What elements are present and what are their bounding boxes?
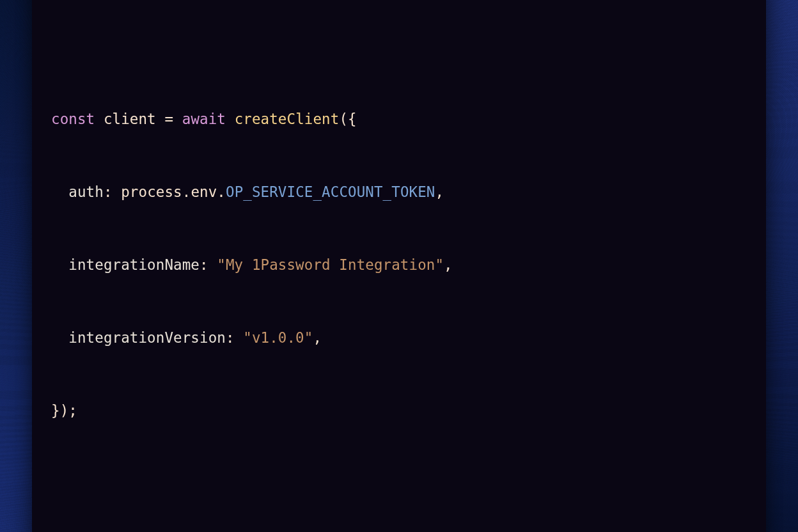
string-integrationName: "My 1Password Integration" bbox=[217, 256, 444, 273]
func-createClient: createClient bbox=[235, 111, 340, 127]
punct-colon: : bbox=[199, 256, 217, 273]
punct-comma: , bbox=[313, 329, 322, 346]
code-line-blank bbox=[51, 471, 747, 496]
punct-comma: , bbox=[435, 184, 444, 200]
code-line-3: const client = await createClient({ bbox=[51, 107, 747, 131]
op-equals: = bbox=[164, 111, 173, 127]
indent bbox=[51, 329, 68, 346]
keyword-const: const bbox=[51, 111, 95, 127]
space bbox=[95, 111, 104, 127]
prop-integrationVersion: integrationVersion bbox=[68, 329, 226, 346]
ident-process: process bbox=[121, 184, 182, 200]
code-line-4: auth: process.env.OP_SERVICE_ACCOUNT_TOK… bbox=[51, 180, 747, 204]
punct-dot: . bbox=[217, 184, 226, 200]
const-token: OP_SERVICE_ACCOUNT_TOKEN bbox=[226, 184, 435, 200]
code-line-5: integrationName: "My 1Password Integrati… bbox=[51, 253, 747, 277]
space bbox=[226, 111, 235, 127]
punct-close: }); bbox=[51, 402, 77, 419]
indent bbox=[51, 184, 68, 200]
punct-colon: : bbox=[104, 184, 121, 200]
indent bbox=[51, 256, 68, 273]
prop-integrationName: integrationName bbox=[68, 256, 199, 273]
ident-client: client bbox=[104, 111, 156, 127]
keyword-await: await bbox=[182, 111, 226, 127]
punct-open: ({ bbox=[339, 111, 356, 127]
code-line-7: }); bbox=[51, 398, 747, 423]
punct-comma: , bbox=[444, 256, 453, 273]
code-line-blank bbox=[51, 34, 747, 58]
code-line-6: integrationVersion: "v1.0.0", bbox=[51, 325, 747, 350]
punct-dot: . bbox=[182, 184, 191, 200]
ident-env: env bbox=[191, 184, 217, 200]
space bbox=[156, 111, 165, 127]
code-block: import { createClient } from "@1password… bbox=[51, 0, 747, 532]
code-terminal-window: import { createClient } from "@1password… bbox=[32, 0, 766, 532]
space bbox=[173, 111, 182, 127]
string-integrationVersion: "v1.0.0" bbox=[243, 329, 313, 346]
punct-colon: : bbox=[226, 329, 243, 346]
prop-auth: auth bbox=[68, 184, 104, 200]
